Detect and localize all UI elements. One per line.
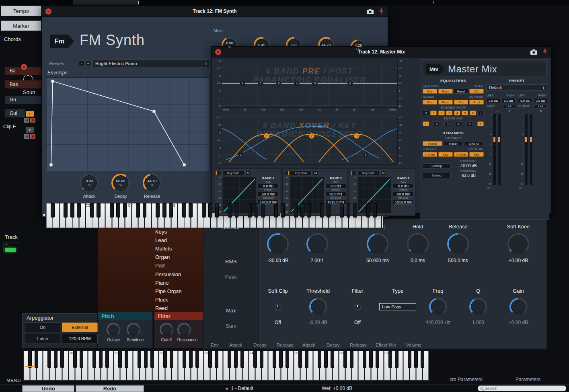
preset-spinner-icon[interactable]: ▲▼ — [205, 62, 207, 65]
piano-key-black[interactable] — [170, 351, 174, 368]
band-enable-button[interactable] — [216, 171, 221, 175]
piano-key-black[interactable] — [343, 351, 347, 368]
piano-key-black[interactable] — [99, 351, 103, 368]
fm-synth-titlebar[interactable]: × Track 12: FM Synth — [42, 6, 388, 17]
tab-volume[interactable]: Volume — [406, 343, 430, 347]
octave-misc-knob[interactable]: 0.45 — [254, 37, 270, 53]
input-link-button[interactable]: Link — [503, 104, 515, 109]
eq-plot[interactable]: 6 BAND PRE / POST PARAMETRIC EQUALISER 1… — [222, 59, 398, 108]
vibrato-rate-knob[interactable]: 4.28Hz — [350, 39, 366, 55]
eq-band-2-button[interactable]: 2 — [438, 111, 445, 115]
piano-key-black[interactable] — [350, 351, 354, 368]
shelf-4-button[interactable]: 4 — [456, 121, 462, 126]
dyn-edit-key-button[interactable]: Key — [438, 152, 453, 157]
piano-key-black[interactable] — [235, 203, 239, 218]
piano-key-black[interactable] — [366, 203, 370, 218]
eq-band-handle-3[interactable]: 3 — [276, 81, 281, 86]
wet-level-display[interactable]: Wet: +0.00 dB — [322, 386, 352, 391]
piano-key-black[interactable] — [54, 351, 58, 368]
piano-key-black[interactable] — [92, 351, 97, 368]
shelf-5-button[interactable]: 5 — [466, 121, 473, 126]
piano-key-black[interactable] — [363, 351, 367, 368]
marker-button[interactable]: Marker — [1, 21, 41, 31]
eq-band-1-button[interactable]: 1 — [430, 111, 437, 115]
band-gain-value[interactable]: 0.0 dB — [258, 184, 279, 189]
eq-band-handle-2[interactable]: 2 — [258, 81, 263, 86]
xover-plot[interactable]: 3 BAND XOVER / KEY DYNAMICS PROCESSOR 1 — [222, 116, 398, 165]
band-attack-value[interactable]: 50.0 ms — [258, 192, 279, 197]
band-mute-button[interactable]: M — [245, 170, 251, 175]
piano-key-black[interactable] — [189, 351, 193, 368]
eq-band-l-button[interactable]: L — [477, 111, 484, 115]
eq-band-3-button[interactable]: 3 — [446, 111, 452, 115]
band-attack-value[interactable]: 50.0 ms — [393, 192, 414, 197]
keyboard-scroll-indicator[interactable] — [25, 366, 35, 367]
piano-key-black[interactable] — [183, 351, 187, 368]
eq-views-pre-button[interactable]: Pre — [454, 100, 468, 105]
preset-spinner-icon[interactable]: ▲▼ — [542, 86, 544, 89]
piano-key-black[interactable] — [138, 351, 142, 368]
piano-key-black[interactable] — [51, 203, 55, 218]
ratio-knob[interactable] — [306, 233, 328, 255]
shelf-1-button[interactable]: 1 — [423, 121, 429, 126]
piano-key-black[interactable] — [234, 351, 238, 368]
hold-knob[interactable] — [407, 233, 429, 255]
eq-band-5-button[interactable]: 5 — [462, 111, 468, 115]
piano-key-black[interactable] — [215, 351, 219, 368]
category-item[interactable]: Percussion — [98, 270, 203, 279]
piano-key-black[interactable] — [73, 351, 77, 368]
arp-latch-button[interactable]: Latch — [25, 334, 60, 343]
eq-band-handle-5[interactable]: 5 — [312, 81, 318, 86]
piano-key-black[interactable] — [150, 351, 154, 368]
band-enable-button[interactable] — [351, 171, 356, 175]
piano-key-black[interactable] — [97, 203, 101, 218]
tab-attack2[interactable]: Attack — [302, 343, 327, 347]
close-icon[interactable]: × — [215, 49, 221, 55]
eq-edit-pre-button[interactable]: Pre — [423, 100, 437, 105]
eq-pre-button[interactable]: Pre — [423, 89, 437, 94]
piano-key-black[interactable] — [77, 203, 81, 218]
category-item[interactable]: Pluck — [98, 296, 203, 304]
eq-band-handle-1[interactable]: 1 — [240, 81, 245, 86]
filter-type-select[interactable]: Low Pass — [379, 303, 416, 310]
prev-program-icon[interactable]: ◀ — [225, 387, 228, 390]
preset-select[interactable]: Bright Electric Piano ▲▼ — [92, 60, 210, 67]
track-1-badge[interactable]: 1 — [26, 111, 34, 117]
clip-threshold-knob[interactable] — [309, 298, 327, 316]
piano-key-black[interactable] — [298, 351, 302, 368]
shelf-2-button[interactable]: 2 — [433, 121, 440, 126]
category-item[interactable]: Organ — [98, 253, 203, 261]
piano-key-black[interactable] — [163, 351, 167, 368]
xover-split-handle-1[interactable]: 1 — [238, 152, 244, 157]
piano-key-black[interactable] — [35, 351, 39, 368]
piano-key-black[interactable] — [279, 351, 283, 368]
eq-views-post-button[interactable]: Post — [469, 100, 484, 105]
tab-release[interactable]: Release — [277, 343, 302, 347]
mute-button[interactable]: M — [24, 134, 29, 139]
output-right-value[interactable]: 0.0 dB — [533, 98, 547, 103]
band-release-value[interactable]: 1515.0 ms — [393, 200, 414, 205]
piano-key-black[interactable] — [253, 351, 257, 368]
dyn-views-xover-button[interactable]: X-Over — [454, 152, 468, 157]
solo-button[interactable]: S — [30, 118, 35, 123]
piano-key-black[interactable] — [294, 203, 298, 218]
track-2-badge[interactable]: 2 — [26, 127, 34, 133]
filter-freq-knob[interactable] — [429, 298, 447, 316]
piano-key-black[interactable] — [64, 203, 68, 218]
piano-key-black[interactable] — [373, 203, 377, 218]
rms-tab[interactable]: RMS — [203, 259, 259, 265]
filter-q-knob[interactable] — [469, 298, 487, 316]
band-enable-button[interactable] — [284, 171, 289, 175]
piano-key-black[interactable] — [90, 203, 94, 218]
piano-key-black[interactable] — [47, 351, 51, 368]
shelf-6-button[interactable]: 6 — [477, 121, 484, 126]
waveform-knob[interactable]: 44.70 — [318, 37, 334, 53]
eq-post-button[interactable]: Post — [438, 89, 453, 94]
eq-band-4-button[interactable]: 4 — [454, 111, 460, 115]
peak-tab[interactable]: Peak — [203, 274, 259, 280]
category-item[interactable]: Mallets — [98, 244, 203, 253]
xover-band-handle-1[interactable]: 1 — [264, 133, 269, 139]
piano-key-black[interactable] — [118, 351, 122, 368]
piano-key-black[interactable] — [248, 203, 252, 218]
gating-threshold-value[interactable]: -62.5 dB — [452, 173, 484, 178]
